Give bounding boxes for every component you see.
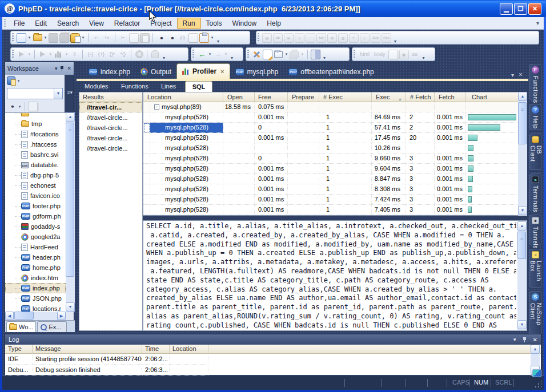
toolbar-grip[interactable] <box>247 50 249 59</box>
results-header[interactable]: Results <box>79 92 142 102</box>
result-item[interactable]: //travel-circle... <box>79 112 142 123</box>
split-window-button[interactable] <box>311 50 320 59</box>
toolbar-overflow-chevron[interactable]: ▾ <box>163 55 165 60</box>
col-open[interactable]: Open <box>223 92 255 102</box>
clipboard-dropdown[interactable]: ▾ <box>210 35 214 40</box>
back-dropdown[interactable]: ▾ <box>208 52 212 56</box>
tree-item[interactable]: #locations <box>5 129 66 139</box>
tree-vertical-scrollbar[interactable]: ▲ ▼ <box>66 112 75 312</box>
log-col-type[interactable]: Type <box>5 345 33 354</box>
close-button[interactable]: ✕ <box>528 3 541 15</box>
table-row[interactable]: mysql.php(528) 0.001 ms 1 7.424 ms 3 0.0… <box>143 195 527 205</box>
menu-grip[interactable] <box>4 19 6 28</box>
pin-icon[interactable] <box>59 66 65 72</box>
scroll-thumb[interactable] <box>517 232 526 259</box>
panel-splitter[interactable] <box>143 216 527 220</box>
collapse-icon[interactable]: − <box>154 104 159 110</box>
open-file-dropdown[interactable]: ▾ <box>43 35 47 40</box>
scroll-up-icon[interactable]: ▲ <box>518 92 527 101</box>
tab-index-php[interactable]: index.php <box>83 64 135 79</box>
scroll-right-icon[interactable]: ▶ <box>57 312 66 320</box>
table-row[interactable]: mysql.php(528) 0.001 ms 1 8.308 ms 3 0.0… <box>143 184 527 195</box>
tab-mysql-php[interactable]: mysql.php <box>230 64 284 79</box>
settings-button[interactable] <box>252 50 262 59</box>
toolbar-overflow-chevron[interactable]: ▾ <box>323 55 326 60</box>
toolbar-overflow-chevron[interactable]: ▾ <box>423 55 425 60</box>
tree-item[interactable]: footer.php <box>5 201 66 211</box>
table-row[interactable]: mysql.php(528) 1 10.26 ms <box>143 143 527 153</box>
toolbar-grip[interactable] <box>258 33 259 42</box>
tab-list-chevron[interactable]: ▾ <box>511 72 514 78</box>
tab-explorer[interactable]: Ex... <box>37 321 67 332</box>
tab-workspace[interactable]: Wo... <box>6 321 36 332</box>
tree-item[interactable]: datatable. <box>5 160 66 170</box>
publish-button[interactable] <box>70 33 80 43</box>
table-row[interactable]: −mysql.php(89) 18.58 ms 0.075 ms <box>143 102 527 112</box>
col-location[interactable]: Location <box>143 92 223 102</box>
tree-item[interactable]: header.ph <box>5 252 66 262</box>
workspace-overflow-chevron[interactable]: ≡▾ <box>67 90 73 95</box>
resize-grip[interactable] <box>534 381 541 388</box>
scroll-down-icon[interactable]: ▼ <box>517 320 527 329</box>
tree-item[interactable]: JSON.php <box>5 293 66 304</box>
tab-profiler[interactable]: Profiler× <box>176 63 230 79</box>
clipboard-button[interactable] <box>199 33 209 43</box>
subtab-functions[interactable]: Functions <box>121 81 148 92</box>
tree-item[interactable] <box>5 112 66 119</box>
dock-tab-tunnels[interactable]: ●Tunnels <box>529 215 541 245</box>
dock-tray-icon[interactable] <box>532 369 541 377</box>
tree-item[interactable]: echonest <box>5 180 66 191</box>
tab-close-icon[interactable]: × <box>220 68 224 75</box>
tree-item[interactable]: godaddy-s <box>5 221 66 232</box>
col-fetch-count[interactable]: # Fetch <box>406 92 435 102</box>
scroll-up-icon[interactable]: ▲ <box>66 112 75 122</box>
col-chart[interactable]: Chart <box>466 92 519 102</box>
tab-bar-close-icon[interactable]: × <box>519 71 523 79</box>
minimize-button[interactable]: ▁ <box>500 3 513 15</box>
toolbar-overflow-chevron[interactable]: ▾ <box>394 39 396 44</box>
table-vertical-scrollbar[interactable]: ▲ ▼ <box>518 92 527 216</box>
tree-item[interactable]: .htaccess <box>5 139 66 149</box>
col-fetch[interactable]: Fetch <box>435 92 466 102</box>
menu-file[interactable]: File <box>9 18 30 29</box>
table-row-selected[interactable]: mysql.php(528) 0 1 57.41 ms 2 0.001 ms <box>143 123 527 133</box>
scroll-up-icon[interactable]: ▲ <box>531 345 540 354</box>
toolbar-overflow-chevron[interactable]: ▾ <box>217 39 219 44</box>
result-item-selected[interactable]: //travel-cir... <box>79 102 142 112</box>
back-button[interactable]: ← <box>197 50 207 59</box>
pin-icon[interactable] <box>522 337 527 343</box>
subtab-modules[interactable]: Modules <box>85 81 109 92</box>
tree-item[interactable]: HardFeed <box>5 242 66 252</box>
result-item[interactable]: //travel-circle... <box>79 143 142 153</box>
table-row[interactable]: mysql.php(528) 0.001 ms 1 17.45 ms 20 0.… <box>143 133 527 143</box>
sql-vertical-scrollbar[interactable]: ▲ ▼ <box>517 221 527 330</box>
tree-item[interactable]: dbg-php-5 <box>5 170 66 180</box>
log-col-message[interactable]: Message <box>33 345 142 354</box>
workspace-close-icon[interactable]: ✕ <box>67 66 71 71</box>
toolbar-grip[interactable] <box>192 50 194 59</box>
log-col-location[interactable]: Location <box>170 345 208 354</box>
dock-tab-db-client[interactable]: DB Client <box>529 134 541 170</box>
deploy-dropdown[interactable]: ▾ <box>284 52 288 56</box>
menu-overflow-chevron[interactable]: ▾ <box>536 20 539 26</box>
maximize-button[interactable]: ❐ <box>514 3 527 15</box>
new-project-button[interactable] <box>7 76 15 85</box>
scroll-thumb[interactable] <box>14 312 34 320</box>
table-row[interactable]: mysql.php(528) 0 1 9.660 ms 3 0.001 ms <box>143 153 527 164</box>
col-exec-count[interactable]: # Exec <box>319 92 372 102</box>
menu-window[interactable]: Window <box>227 18 262 29</box>
dock-tab-nusoap-client[interactable]: SNuSoap Client <box>529 291 541 336</box>
find-button[interactable] <box>156 33 166 43</box>
edit-page-button[interactable] <box>263 50 272 59</box>
log-row[interactable]: IDE Starting profile session (4144858774… <box>5 354 541 365</box>
project-selector[interactable]: ▼ <box>7 88 63 99</box>
tree-item[interactable]: gdform.ph <box>5 211 66 221</box>
dock-tab-terminals[interactable]: >Terminals <box>529 173 541 211</box>
result-item[interactable]: //travel-circle... <box>79 123 142 133</box>
col-exec[interactable]: Exec▲ <box>372 92 406 102</box>
tab-output[interactable]: Output <box>135 64 176 79</box>
find-dropdown[interactable]: ▾ <box>18 104 22 109</box>
menu-refactor[interactable]: Refactor <box>109 18 145 29</box>
table-row[interactable]: mysql.php(528) 0.001 ms 1 7.405 ms 3 0.0… <box>143 205 527 215</box>
table-row[interactable]: mysql.php(528) 0.001 ms 1 9.604 ms 3 0.0… <box>143 164 527 174</box>
